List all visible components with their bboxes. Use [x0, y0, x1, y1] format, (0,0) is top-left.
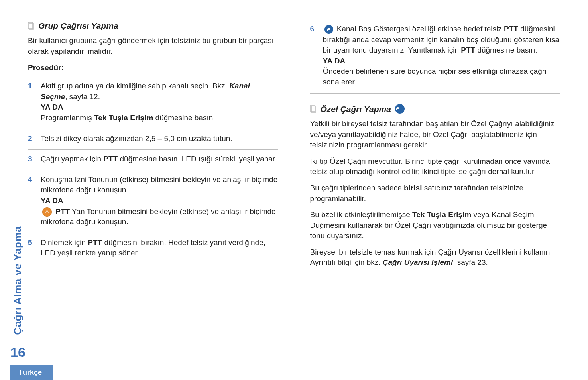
step-number: 1	[28, 81, 35, 123]
step-number: 3	[28, 154, 35, 165]
left-column: Grup Çağrısı Yapma Bir kullanıcı grubuna…	[28, 20, 278, 274]
step-number: 4	[28, 174, 35, 227]
section-title-vertical: Çağrı Alma ve Yapma	[12, 226, 24, 335]
paragraph: Bu çağrı tiplerinden sadece birisi satıc…	[310, 183, 560, 204]
bold-term: PTT	[103, 155, 118, 163]
section-heading-private-call: Özel Çağrı Yapma	[310, 103, 560, 115]
bold-term: PTT	[504, 25, 518, 33]
step-1: 1 Aktif grup adına ya da kimliğine sahip…	[28, 77, 278, 129]
intro-paragraph: Bir kullanıcı grubuna çağrı göndermek iç…	[28, 35, 278, 57]
bold-term: PTT	[55, 207, 70, 215]
headset-icon	[395, 104, 405, 114]
or-label: YA DA	[41, 103, 63, 111]
antenna-icon	[42, 207, 52, 217]
bold-term: PTT	[88, 238, 102, 247]
bold-term: PTT	[461, 46, 475, 54]
step-body: Çağrı yapmak için PTT düğmesine basın. L…	[41, 154, 278, 165]
step-text: düğmesine basın.	[153, 114, 215, 122]
paragraph: Yetkili bir bireysel telsiz tarafından b…	[310, 119, 560, 151]
step-body: Kanal Boş Göstergesi özelliği etkinse he…	[323, 24, 560, 88]
step-6: 6 Kanal Boş Göstergesi özelliği etkinse …	[310, 20, 560, 94]
step-text: Programlanmış	[41, 114, 94, 122]
step-text: düğmesine basın. LED ışığı sürekli yeşil…	[118, 155, 277, 163]
left-sidebar: Çağrı Alma ve Yapma 16	[10, 226, 26, 360]
step-2: 2 Telsizi dikey olarak ağzınızdan 2,5 – …	[28, 129, 278, 150]
bold-term: birisi	[404, 184, 422, 192]
step-5: 5 Dinlemek için PTT düğmesini bırakın. H…	[28, 233, 278, 264]
step-text: Dinlemek için	[41, 238, 88, 247]
step-text: Konuşma İzni Tonunun (etkinse) bitmesini…	[41, 175, 277, 194]
language-footer: Türkçe	[10, 365, 53, 380]
step-text: düğmesine basın.	[475, 46, 537, 54]
right-column: 6 Kanal Boş Göstergesi özelliği etkinse …	[310, 20, 560, 274]
link-ref: Çağrı Uyarısı İşlemi	[383, 258, 453, 266]
bold-term: Tek Tuşla Erişim	[412, 210, 471, 219]
headset-icon	[324, 25, 333, 34]
step-text: Kanal Boş Göstergesi özelliği etkinse he…	[335, 25, 504, 33]
step-number: 5	[28, 237, 35, 259]
paragraph: İki tip Özel Çağrı mevcuttur. Birinci ti…	[310, 156, 560, 177]
or-label: YA DA	[323, 57, 346, 65]
text: Bu çağrı tiplerinden sadece	[310, 184, 404, 192]
document-icon	[310, 105, 317, 113]
step-number: 6	[310, 24, 317, 88]
step-body: Dinlemek için PTT düğmesini bırakın. Hed…	[41, 237, 278, 259]
paragraph: Bu özellik etkinleştirilmemişse Tek Tuşl…	[310, 210, 560, 241]
bold-term: Tek Tuşla Erişim	[94, 114, 153, 122]
page-ref: , sayfa 12.	[65, 92, 100, 101]
paragraph: Bireysel bir telsizle temas kurmak için …	[310, 247, 560, 268]
document-icon	[28, 22, 34, 30]
text: Bu özellik etkinleştirilmemişse	[310, 210, 413, 219]
heading-text: Özel Çağrı Yapma	[321, 103, 391, 115]
step-text: Yan Tonunun bitmesini bekleyin (etkinse)…	[41, 207, 276, 226]
step-text: Aktif grup adına ya da kimliğine sahip k…	[41, 82, 229, 90]
text: , sayfa 23.	[453, 258, 488, 266]
step-3: 3 Çağrı yapmak için PTT düğmesine basın.…	[28, 150, 278, 170]
page-number: 16	[10, 345, 26, 360]
heading-text: Grup Çağrısı Yapma	[38, 20, 118, 31]
procedure-label: Prosedür:	[28, 63, 278, 73]
step-text: Çağrı yapmak için	[41, 155, 103, 163]
step-number: 2	[28, 133, 35, 144]
step-body: Aktif grup adına ya da kimliğine sahip k…	[41, 81, 278, 123]
step-body: Telsizi dikey olarak ağzınızdan 2,5 – 5,…	[41, 133, 278, 144]
step-text: Önceden belirlenen süre boyunca hiçbir s…	[323, 67, 547, 86]
step-4: 4 Konuşma İzni Tonunun (etkinse) bitmesi…	[28, 170, 278, 233]
section-heading-group-call: Grup Çağrısı Yapma	[28, 20, 278, 31]
or-label: YA DA	[41, 196, 63, 205]
step-body: Konuşma İzni Tonunun (etkinse) bitmesini…	[41, 174, 278, 227]
